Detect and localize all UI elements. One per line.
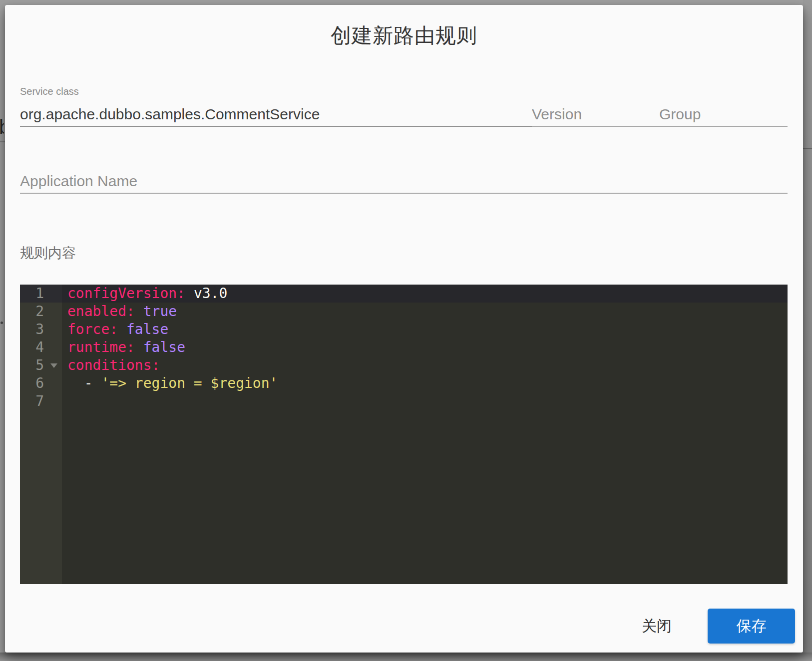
screen: 日 b 创建新路由规则 Service class 规则内容 1234567 c…	[0, 0, 812, 661]
create-route-rule-dialog: 创建新路由规则 Service class 规则内容 1234567 confi…	[5, 5, 803, 653]
group-input[interactable]	[659, 103, 788, 127]
code-token: configVersion:	[67, 285, 185, 302]
code-line[interactable]: conditions:	[62, 356, 788, 374]
fold-chevron-down-icon[interactable]	[50, 363, 57, 368]
code-token: conditions:	[67, 357, 160, 373]
service-class-input[interactable]	[20, 103, 532, 127]
code-token: '=> region = $region'	[101, 375, 278, 391]
code-line[interactable]	[62, 392, 788, 410]
editor-code[interactable]: configVersion: v3.0enabled: trueforce: f…	[62, 285, 788, 584]
code-token	[118, 321, 126, 337]
code-token: false	[143, 339, 185, 355]
code-token: v3.0	[194, 285, 227, 302]
code-token: runtime:	[67, 339, 135, 355]
gutter-line-number: 3	[20, 321, 62, 338]
code-token: false	[126, 321, 168, 337]
code-line[interactable]: configVersion: v3.0	[62, 285, 788, 303]
gutter-line-number: 4	[20, 338, 62, 356]
code-token: -	[67, 375, 101, 391]
close-button[interactable]: 关闭	[624, 609, 689, 644]
code-token	[185, 285, 194, 302]
code-line[interactable]: force: false	[62, 321, 788, 338]
save-button[interactable]: 保存	[708, 609, 795, 644]
code-token: true	[143, 303, 177, 320]
gutter-line-number: 5	[20, 356, 62, 374]
editor-gutter: 1234567	[20, 285, 62, 584]
code-token	[135, 303, 143, 320]
dialog-title: 创建新路由规则	[5, 22, 803, 49]
rule-editor[interactable]: 1234567 configVersion: v3.0enabled: true…	[20, 285, 788, 584]
service-class-label: Service class	[20, 86, 79, 97]
code-token	[135, 339, 143, 355]
code-line[interactable]: runtime: false	[62, 338, 788, 356]
code-token: force:	[67, 321, 118, 337]
code-line[interactable]: - '=> region = $region'	[62, 374, 788, 392]
version-input[interactable]	[532, 103, 659, 127]
gutter-line-number: 7	[20, 392, 62, 410]
application-name-input[interactable]	[20, 170, 788, 194]
gutter-line-number: 6	[20, 374, 62, 392]
code-line[interactable]: enabled: true	[62, 303, 788, 321]
rule-content-label: 规则内容	[20, 244, 76, 263]
gutter-line-number: 2	[20, 303, 62, 321]
code-token: enabled:	[67, 303, 135, 320]
gutter-line-number: 1	[20, 285, 62, 303]
